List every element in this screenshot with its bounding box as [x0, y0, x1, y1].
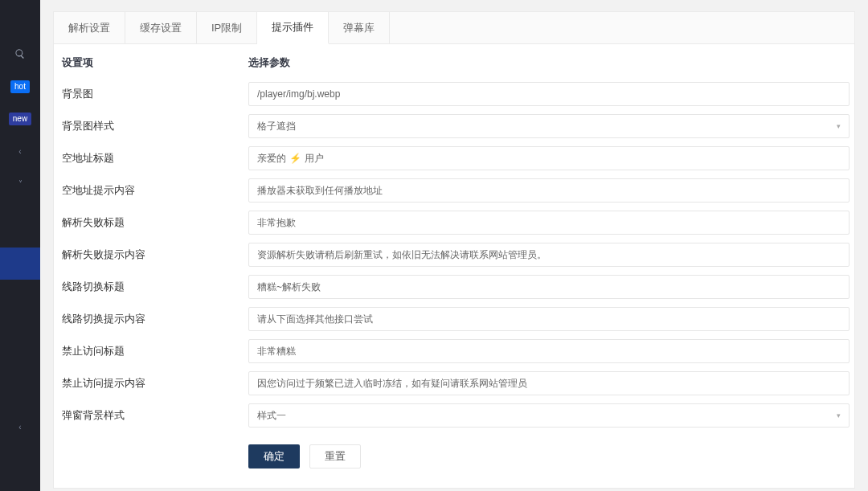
- chevron-left-icon: ‹: [18, 147, 21, 156]
- select-popup-style-value: 样式一: [257, 404, 286, 427]
- sidebar-collapse-arrow-1[interactable]: ‹: [0, 135, 40, 167]
- tab-tip-plugin[interactable]: 提示插件: [257, 12, 329, 44]
- chevron-down-icon: ˅: [18, 179, 23, 188]
- input-empty-title[interactable]: 亲爱的 ⚡ 用户: [248, 146, 850, 170]
- sidebar-collapse-arrow-2[interactable]: ‹: [0, 411, 40, 443]
- input-switch-tip[interactable]: [248, 307, 850, 331]
- sidebar-item-active[interactable]: [0, 248, 40, 280]
- label-deny-title: 禁止访问标题: [60, 345, 248, 358]
- button-row: 确定 重置: [60, 444, 850, 468]
- label-switch-tip: 线路切换提示内容: [60, 313, 248, 326]
- sidebar: hot new ‹ ˅ ‹: [0, 0, 40, 491]
- label-fail-tip: 解析失败提示内容: [60, 248, 248, 262]
- input-deny-title[interactable]: [248, 339, 850, 363]
- chevron-left-icon: ‹: [18, 423, 21, 432]
- settings-panel: 解析设置 缓存设置 IP限制 提示插件 弹幕库 设置项 选择参数 背景图 背景图…: [53, 11, 855, 489]
- reset-button[interactable]: 重置: [309, 444, 361, 468]
- select-bg-style[interactable]: 格子遮挡 ▾: [248, 114, 850, 138]
- sidebar-expand-arrow[interactable]: ˅: [0, 167, 40, 199]
- chevron-down-icon: ▾: [837, 404, 841, 427]
- row-empty-tip: 空地址提示内容: [60, 174, 850, 207]
- tab-bar: 解析设置 缓存设置 IP限制 提示插件 弹幕库: [54, 12, 854, 44]
- header-select-param: 选择参数: [248, 55, 850, 70]
- label-popup-style: 弹窗背景样式: [60, 409, 248, 423]
- tab-cache-settings[interactable]: 缓存设置: [125, 12, 197, 44]
- search-icon: [14, 48, 26, 62]
- main-content: 解析设置 缓存设置 IP限制 提示插件 弹幕库 设置项 选择参数 背景图 背景图…: [40, 0, 868, 491]
- bolt-icon: ⚡: [289, 147, 301, 170]
- label-bg-img: 背景图: [60, 88, 248, 101]
- row-switch-title: 线路切换标题: [60, 271, 850, 303]
- sidebar-item-hot[interactable]: hot: [0, 71, 40, 103]
- label-empty-title: 空地址标题: [60, 152, 248, 166]
- select-bg-style-value: 格子遮挡: [257, 115, 296, 137]
- input-fail-tip[interactable]: [248, 243, 850, 267]
- label-fail-title: 解析失败标题: [60, 216, 248, 230]
- sidebar-search-button[interactable]: [0, 39, 40, 71]
- submit-button[interactable]: 确定: [248, 444, 300, 468]
- input-bg-img[interactable]: [248, 82, 850, 106]
- tab-ip-limit[interactable]: IP限制: [197, 12, 257, 44]
- header-setting-item: 设置项: [60, 55, 248, 70]
- label-switch-title: 线路切换标题: [60, 280, 248, 294]
- select-popup-style[interactable]: 样式一 ▾: [248, 403, 850, 428]
- empty-title-suffix: 用户: [305, 147, 324, 170]
- row-bg-img: 背景图: [60, 78, 850, 110]
- chevron-down-icon: ▾: [837, 115, 841, 137]
- tab-danmaku[interactable]: 弹幕库: [329, 12, 390, 44]
- form-body: 设置项 选择参数 背景图 背景图样式 格子遮挡 ▾ 空地址: [54, 44, 854, 488]
- input-switch-title[interactable]: [248, 275, 850, 299]
- input-empty-tip[interactable]: [248, 178, 850, 203]
- input-deny-tip[interactable]: [248, 371, 850, 395]
- label-deny-tip: 禁止访问提示内容: [60, 377, 248, 391]
- hot-badge: hot: [10, 80, 30, 93]
- row-deny-tip: 禁止访问提示内容: [60, 367, 850, 399]
- row-fail-tip: 解析失败提示内容: [60, 239, 850, 271]
- empty-title-prefix: 亲爱的: [257, 147, 286, 170]
- row-bg-style: 背景图样式 格子遮挡 ▾: [60, 110, 850, 142]
- row-empty-title: 空地址标题 亲爱的 ⚡ 用户: [60, 142, 850, 174]
- row-switch-tip: 线路切换提示内容: [60, 303, 850, 335]
- label-empty-tip: 空地址提示内容: [60, 184, 248, 198]
- column-headers: 设置项 选择参数: [60, 55, 850, 70]
- label-bg-style: 背景图样式: [60, 120, 248, 133]
- tab-parse-settings[interactable]: 解析设置: [54, 12, 125, 44]
- new-badge: new: [9, 113, 31, 125]
- row-fail-title: 解析失败标题: [60, 207, 850, 239]
- input-fail-title[interactable]: [248, 211, 850, 235]
- sidebar-item-new[interactable]: new: [0, 103, 40, 135]
- row-popup-style: 弹窗背景样式 样式一 ▾: [60, 399, 850, 432]
- row-deny-title: 禁止访问标题: [60, 335, 850, 367]
